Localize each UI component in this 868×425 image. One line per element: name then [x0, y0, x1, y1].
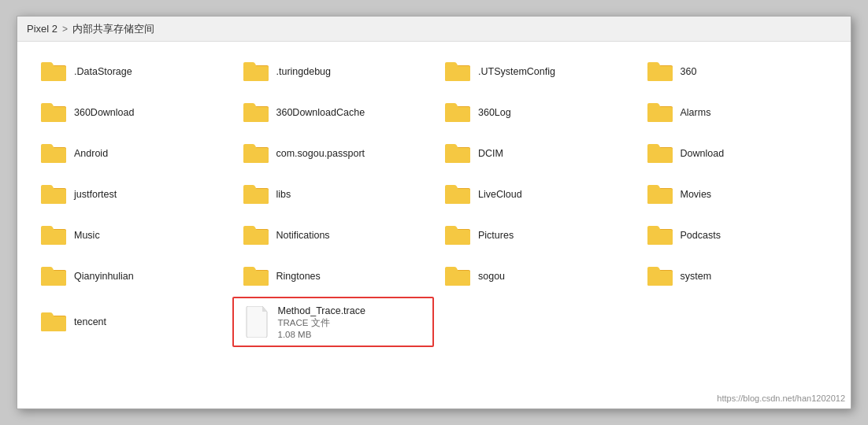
svg-rect-11 — [243, 107, 269, 122]
folder-item[interactable]: com.sogou.passport — [232, 133, 435, 174]
folder-name: LiveCloud — [478, 189, 522, 200]
file-icon — [243, 305, 272, 339]
svg-rect-47 — [647, 271, 673, 286]
folder-item[interactable]: Music — [30, 215, 232, 256]
folder-item[interactable]: system — [636, 256, 839, 297]
folder-name: 360 — [681, 66, 697, 77]
folder-item[interactable]: justfortest — [30, 174, 232, 215]
folder-icon — [646, 182, 674, 207]
folder-name: Notifications — [276, 230, 330, 241]
svg-rect-39 — [647, 230, 673, 245]
folder-item[interactable]: LiveCloud — [434, 174, 636, 215]
folder-item[interactable]: .DataStorage — [30, 51, 232, 92]
svg-rect-35 — [243, 230, 269, 245]
folder-name: Download — [681, 148, 725, 159]
svg-rect-31 — [647, 189, 673, 204]
folder-icon — [242, 182, 270, 207]
folder-name: tencent — [74, 316, 106, 327]
folder-name: .UTSystemConfig — [478, 66, 555, 77]
folder-item[interactable]: Alarms — [636, 92, 839, 133]
folder-name: Podcasts — [681, 230, 721, 241]
folder-icon — [39, 223, 68, 248]
svg-rect-13 — [445, 107, 470, 122]
breadcrumb-device: Pixel 2 — [27, 23, 57, 35]
file-grid: .DataStorage.turingdebug.UTSystemConfig3… — [30, 51, 838, 347]
folder-icon — [39, 309, 68, 334]
folder-icon — [646, 223, 674, 248]
folder-name: system — [681, 271, 712, 282]
file-item[interactable]: Method_Trace.traceTRACE 文件1.08 MB — [232, 297, 435, 347]
folder-icon — [242, 59, 270, 84]
svg-rect-5 — [445, 66, 470, 81]
svg-rect-43 — [243, 271, 269, 286]
folder-item[interactable]: 360Download — [30, 92, 232, 133]
folder-name: Android — [74, 148, 108, 159]
folder-item[interactable]: Movies — [636, 174, 839, 215]
folder-name: 360Download — [74, 107, 134, 118]
svg-rect-3 — [243, 66, 269, 81]
svg-rect-17 — [41, 148, 66, 163]
folder-item[interactable]: 360 — [636, 51, 839, 92]
folder-icon — [242, 141, 270, 166]
folder-icon — [646, 264, 674, 289]
folder-icon — [443, 141, 472, 166]
folder-item[interactable]: libs — [232, 174, 435, 215]
folder-item[interactable]: .UTSystemConfig — [434, 51, 636, 92]
svg-rect-25 — [41, 189, 66, 204]
folder-icon — [443, 223, 472, 248]
folder-item[interactable]: tencent — [30, 297, 232, 347]
folder-icon — [39, 264, 68, 289]
svg-rect-1 — [41, 66, 66, 81]
folder-icon — [39, 182, 68, 207]
folder-name: com.sogou.passport — [276, 148, 365, 159]
watermark: https://blog.csdn.net/han1202012 — [717, 394, 845, 403]
folder-name: DCIM — [478, 148, 503, 159]
folder-icon — [242, 264, 270, 289]
svg-rect-9 — [41, 107, 66, 122]
file-explorer-window: Pixel 2 > 内部共享存储空间 .DataStorage.turingde… — [17, 16, 851, 409]
folder-icon — [39, 141, 68, 166]
file-size: 1.08 MB — [278, 330, 365, 339]
svg-rect-19 — [243, 148, 269, 163]
folder-icon — [242, 100, 270, 125]
title-bar: Pixel 2 > 内部共享存储空间 — [17, 17, 851, 42]
folder-name: Alarms — [681, 107, 711, 118]
svg-rect-23 — [647, 148, 673, 163]
svg-rect-49 — [41, 316, 66, 331]
folder-name: 360DownloadCache — [276, 107, 365, 118]
svg-rect-15 — [647, 107, 673, 122]
file-details: Method_Trace.traceTRACE 文件1.08 MB — [278, 305, 365, 339]
folder-name: Ringtones — [276, 271, 321, 282]
file-name: Method_Trace.trace — [278, 305, 365, 316]
folder-icon — [39, 59, 68, 84]
folder-item[interactable]: 360DownloadCache — [232, 92, 435, 133]
folder-item[interactable]: sogou — [434, 256, 636, 297]
folder-name: Movies — [681, 189, 712, 200]
folder-name: libs — [276, 189, 291, 200]
svg-rect-37 — [445, 230, 470, 245]
folder-item[interactable]: DCIM — [434, 133, 636, 174]
folder-name: 360Log — [478, 107, 511, 118]
folder-item[interactable]: Pictures — [434, 215, 636, 256]
folder-icon — [242, 223, 270, 248]
folder-item[interactable]: Podcasts — [636, 215, 839, 256]
folder-name: sogou — [478, 271, 505, 282]
folder-item[interactable]: Android — [30, 133, 232, 174]
folder-icon — [443, 182, 472, 207]
folder-icon — [646, 141, 674, 166]
folder-item[interactable]: Download — [636, 133, 839, 174]
folder-icon — [443, 264, 472, 289]
svg-rect-29 — [445, 189, 470, 204]
folder-name: Qianyinhulian — [74, 271, 134, 282]
folder-item[interactable]: Notifications — [232, 215, 435, 256]
folder-icon — [646, 100, 674, 125]
svg-rect-21 — [445, 148, 470, 163]
svg-rect-41 — [41, 271, 66, 286]
folder-name: Music — [74, 230, 100, 241]
folder-item[interactable]: .turingdebug — [232, 51, 435, 92]
folder-icon — [39, 100, 68, 125]
folder-item[interactable]: 360Log — [434, 92, 636, 133]
folder-icon — [443, 100, 472, 125]
folder-item[interactable]: Ringtones — [232, 256, 435, 297]
folder-item[interactable]: Qianyinhulian — [30, 256, 232, 297]
